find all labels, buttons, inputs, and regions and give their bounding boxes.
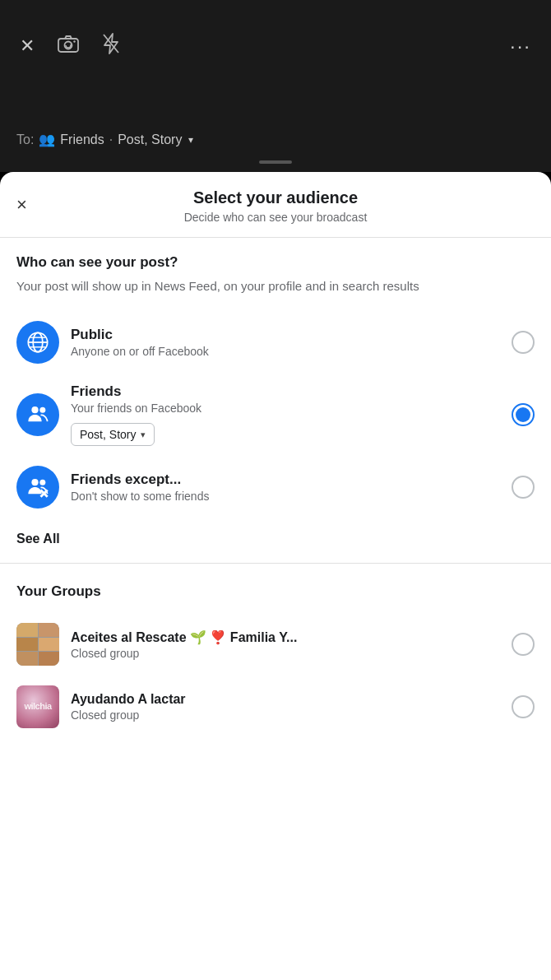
friends-except-radio[interactable] xyxy=(512,476,535,499)
audience-sheet: × Select your audience Decide who can se… xyxy=(0,172,551,980)
public-name: Public xyxy=(71,327,512,343)
pull-handle xyxy=(259,160,292,164)
camera-flip-icon[interactable] xyxy=(58,35,79,58)
more-options-icon[interactable]: ··· xyxy=(510,35,531,58)
who-can-see-section: Who can see your post? Your post will sh… xyxy=(0,238,551,518)
see-all-button[interactable]: See All xyxy=(0,518,551,560)
sheet-subtitle: Decide who can see your broadcast xyxy=(16,211,535,224)
svg-point-2 xyxy=(73,40,75,42)
svg-point-12 xyxy=(39,480,45,485)
aceites-radio[interactable] xyxy=(512,633,535,656)
to-chevron-icon[interactable]: ▾ xyxy=(188,134,193,146)
friends-except-desc: Don't show to some friends xyxy=(71,490,512,503)
friends-icon xyxy=(26,403,49,426)
post-story-chevron-icon: ▾ xyxy=(141,430,146,440)
public-radio[interactable] xyxy=(512,331,535,354)
aceites-type: Closed group xyxy=(71,647,512,660)
globe-icon xyxy=(26,331,49,354)
to-separator: · xyxy=(109,132,113,147)
sheet-close-button[interactable]: × xyxy=(16,196,27,214)
close-camera-icon[interactable]: ✕ xyxy=(20,35,35,57)
to-friends-text: Friends xyxy=(60,132,104,147)
radio-selected-indicator xyxy=(516,407,530,422)
audience-option-public[interactable]: Public Anyone on or off Facebook xyxy=(16,311,535,374)
friends-except-icon xyxy=(26,476,49,499)
svg-point-11 xyxy=(31,479,38,485)
audience-option-friends-except[interactable]: Friends except... Don't show to some fri… xyxy=(16,456,535,518)
svg-point-10 xyxy=(39,407,45,413)
public-icon-wrap xyxy=(16,321,59,364)
to-label: To: xyxy=(16,132,34,147)
groups-section: Your Groups Aceites al Rescate 🌱 ❣️ Fami… xyxy=(0,567,551,738)
friends-name: Friends xyxy=(71,383,512,400)
ayudando-name: Ayudando A lactar xyxy=(71,692,512,707)
audience-option-friends[interactable]: Friends Your friends on Facebook Post, S… xyxy=(16,374,535,456)
to-bar: To: 👥 Friends · Post, Story ▾ xyxy=(0,132,551,160)
ayudando-text: Ayudando A lactar Closed group xyxy=(71,692,512,722)
section-divider xyxy=(0,563,551,564)
public-text: Public Anyone on or off Facebook xyxy=(71,327,512,358)
group-item-ayudando[interactable]: wilchia Ayudando A lactar Closed group xyxy=(16,676,535,738)
pull-handle-area xyxy=(0,160,551,172)
camera-bar: ✕ ··· xyxy=(0,0,551,132)
friends-text: Friends Your friends on Facebook Post, S… xyxy=(71,383,512,446)
friends-except-text: Friends except... Don't show to some fri… xyxy=(71,471,512,503)
friends-except-name: Friends except... xyxy=(71,471,512,488)
aceites-text: Aceites al Rescate 🌱 ❣️ Familia Y... Clo… xyxy=(71,629,512,660)
aceites-name: Aceites al Rescate 🌱 ❣️ Familia Y... xyxy=(71,629,512,645)
post-story-tag[interactable]: Post, Story ▾ xyxy=(71,423,155,446)
friends-radio[interactable] xyxy=(512,403,535,426)
public-desc: Anyone on or off Facebook xyxy=(71,345,512,358)
to-post-story: Post, Story xyxy=(118,132,182,147)
svg-rect-0 xyxy=(58,39,78,52)
friends-icon-wrap xyxy=(16,393,59,436)
ayudando-radio[interactable] xyxy=(512,695,535,718)
svg-point-9 xyxy=(31,406,38,413)
post-story-text: Post, Story xyxy=(80,428,136,441)
sheet-title: Select your audience xyxy=(16,188,535,207)
flash-icon[interactable] xyxy=(102,33,120,59)
aceites-avatar xyxy=(16,623,59,666)
ayudando-type: Closed group xyxy=(71,708,512,722)
friends-desc: Your friends on Facebook xyxy=(71,402,512,415)
sheet-header: × Select your audience Decide who can se… xyxy=(0,172,551,238)
section-question: Who can see your post? xyxy=(16,254,535,271)
ayudando-avatar: wilchia xyxy=(16,685,59,728)
groups-title: Your Groups xyxy=(16,583,535,600)
friends-group-icon: 👥 xyxy=(39,132,55,147)
friends-except-icon-wrap xyxy=(16,466,59,509)
group-item-aceites[interactable]: Aceites al Rescate 🌱 ❣️ Familia Y... Clo… xyxy=(16,613,535,676)
section-description: Your post will show up in News Feed, on … xyxy=(16,277,535,295)
